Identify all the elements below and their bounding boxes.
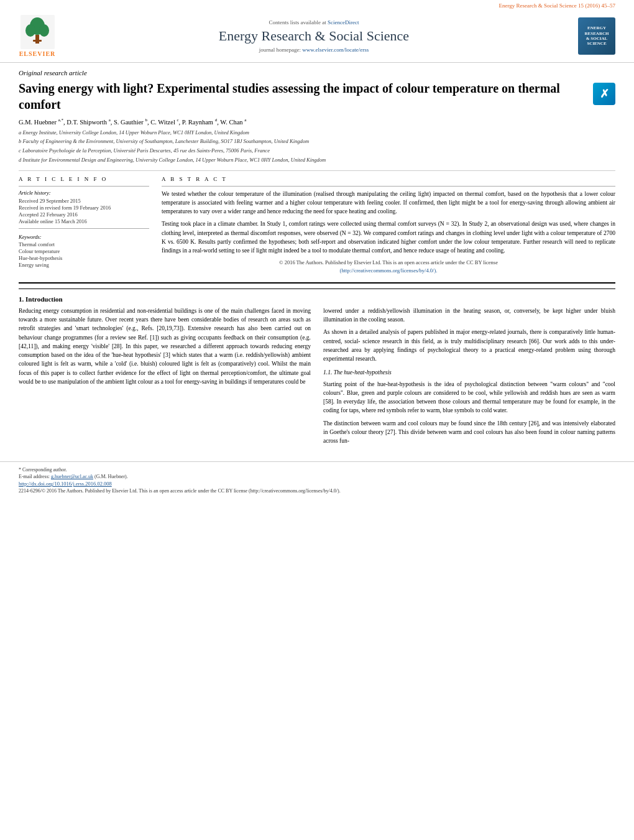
article-title: Saving energy with light? Experimental s… [19, 80, 587, 113]
email-footnote: E-mail address: g.huebner@ucl.ac.uk (G.M… [19, 474, 615, 479]
keyword-3: Hue-heat-hypothesis [19, 255, 149, 261]
intro-right-paragraph-2: As shown in a detailed analysis of paper… [323, 328, 615, 363]
license-line: 2214-6296/© 2016 The Authors. Published … [19, 488, 615, 494]
page: Energy Research & Social Science 15 (201… [0, 0, 634, 840]
section-name: Introduction [25, 295, 63, 303]
doi-line: http://dx.doi.org/10.1016/j.erss.2016.02… [19, 481, 615, 487]
received-date: Received 29 September 2015 [19, 198, 149, 204]
subsection-paragraph: Starting point of the hue-heat-hypothesi… [323, 380, 615, 415]
affiliation-a: a Energy Institute, University College L… [19, 129, 615, 137]
crossmark-icon: ✗ [593, 83, 615, 105]
abstract-paragraph-1: We tested whether the colour temperature… [162, 190, 615, 216]
section-number: 1. [19, 295, 24, 303]
elsevier-label: ELSEVIER [19, 50, 56, 57]
copyright-notice: © 2016 The Authors. Published by Elsevie… [162, 259, 615, 275]
journal-homepage: journal homepage: www.elsevier.com/locat… [68, 47, 559, 53]
email-link[interactable]: g.huebner@ucl.ac.uk [51, 474, 93, 479]
homepage-label: journal homepage: [259, 47, 301, 53]
svg-rect-5 [33, 40, 42, 42]
sciencedirect-label: Contents lists available at [269, 19, 326, 25]
email-author: (G.M. Huebner). [94, 474, 128, 479]
elsevier-tree-icon [21, 15, 55, 49]
footnote-star: * Corresponding author. [19, 467, 615, 473]
accepted-date: Accepted 22 February 2016 [19, 211, 149, 218]
svg-point-2 [25, 24, 35, 37]
article-info-abstract-columns: A R T I C L E I N F O Article history: R… [19, 176, 615, 275]
article-type: Original research article [19, 69, 615, 76]
affiliations: a Energy Institute, University College L… [19, 129, 615, 164]
intro-paragraph-1: Reducing energy consumption in residenti… [19, 307, 311, 386]
abstract-paragraph-2: Testing took place in a climate chamber.… [162, 219, 615, 255]
journal-reference: Energy Research & Social Science 15 (201… [498, 2, 615, 9]
divider-body [19, 282, 615, 284]
affiliation-c: c Laboratoire Psychologie de la Percepti… [19, 147, 615, 155]
sciencedirect-link[interactable]: ScienceDirect [328, 19, 359, 25]
doi-link[interactable]: http://dx.doi.org/10.1016/j.erss.2016.02… [19, 481, 112, 487]
article-info-heading: A R T I C L E I N F O [19, 176, 149, 182]
copyright-url[interactable]: (http://creativecommons.org/licenses/by/… [340, 267, 438, 274]
keywords-label: Keywords: [19, 234, 149, 240]
homepage-url[interactable]: www.elsevier.com/locate/erss [302, 47, 369, 53]
keyword-4: Energy saving [19, 262, 149, 268]
journal-title: Energy Research & Social Science [68, 28, 559, 44]
divider-1 [19, 170, 615, 171]
abstract-heading: A B S T R A C T [162, 176, 615, 182]
affiliation-d: d Institute for Environmental Design and… [19, 156, 615, 164]
keyword-2: Colour temperature [19, 248, 149, 254]
keywords-section: Keywords: Thermal comfort Colour tempera… [19, 234, 149, 268]
main-content: Original research article Saving energy … [0, 63, 634, 455]
subsection-name: The hue-heat-hypothesis [334, 369, 392, 376]
history-label: Article history: [19, 190, 149, 196]
introduction-title: 1. Introduction [19, 295, 615, 303]
journal-badge-container: ENERGYRESEARCH& SOCIALSCIENCE [566, 17, 615, 55]
body-section: 1. Introduction Reducing energy consumpt… [19, 288, 615, 450]
journal-reference-bar: Energy Research & Social Science 15 (201… [0, 0, 634, 10]
crossmark-badge: ✗ [593, 83, 615, 105]
abstract-text: We tested whether the colour temperature… [162, 190, 615, 275]
sciencedirect-info: Contents lists available at ScienceDirec… [68, 19, 559, 25]
intro-left-col: Reducing energy consumption in residenti… [19, 307, 311, 450]
revised-date: Received in revised form 19 February 201… [19, 205, 149, 211]
footer: * Corresponding author. E-mail address: … [0, 461, 634, 499]
introduction-columns: Reducing energy consumption in residenti… [19, 307, 615, 450]
footnote-star-text: * Corresponding author. [19, 467, 67, 473]
keyword-1: Thermal comfort [19, 241, 149, 247]
svg-point-3 [39, 24, 49, 37]
affiliation-b: b Faculty of Engineering & the Environme… [19, 137, 615, 145]
subsection-number: 1.1. [323, 369, 332, 376]
abstract-column: A B S T R A C T We tested whether the co… [162, 176, 615, 275]
intro-right-col: lowered under a reddish/yellowish illumi… [323, 307, 615, 450]
article-info-column: A R T I C L E I N F O Article history: R… [19, 176, 149, 275]
email-label: E-mail address: [19, 474, 50, 479]
intro-right-paragraph-1: lowered under a reddish/yellowish illumi… [323, 307, 615, 325]
journal-badge: ENERGYRESEARCH& SOCIALSCIENCE [578, 17, 615, 55]
authors-line: G.M. Huebner a,*, D.T. Shipworth a, S. G… [19, 118, 615, 126]
subsection-title: 1.1. The hue-heat-hypothesis [323, 368, 615, 377]
intro-right-paragraph-3: The distinction between warm and cool co… [323, 419, 615, 446]
journal-header-center: Contents lists available at ScienceDirec… [68, 19, 559, 53]
journal-header: ELSEVIER Contents lists available at Sci… [0, 10, 634, 63]
elsevier-logo: ELSEVIER [12, 15, 62, 57]
svg-rect-4 [35, 35, 39, 44]
copyright-text: © 2016 The Authors. Published by Elsevie… [279, 259, 498, 265]
available-date: Available online 15 March 2016 [19, 218, 149, 224]
article-title-row: Saving energy with light? Experimental s… [19, 80, 615, 113]
